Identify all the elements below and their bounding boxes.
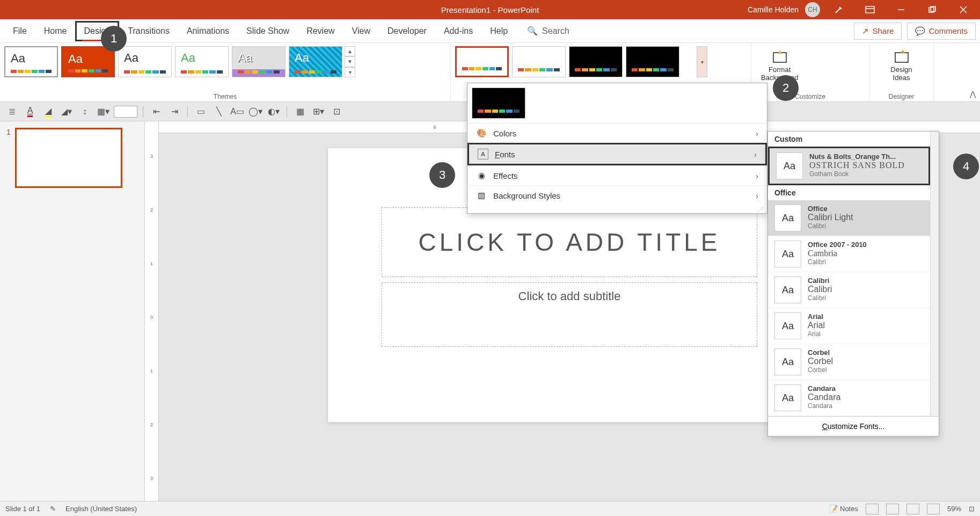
shapes-tool[interactable]: ◯▾ (248, 105, 263, 118)
normal-view-button[interactable] (866, 504, 879, 514)
menu-item-colors[interactable]: 🎨 Colors › (467, 123, 767, 143)
variant-thumb[interactable] (455, 46, 509, 77)
font-item-custom[interactable]: Aa Nuts & Bolts_Orange Th... OSTRICH SAN… (768, 147, 930, 185)
variant-thumb[interactable] (569, 46, 623, 77)
fit-to-window-button[interactable]: ⊡ (969, 505, 975, 513)
variant-thumb[interactable] (472, 88, 525, 119)
effects-icon: ◉ (476, 170, 487, 181)
font-item[interactable]: Aa Office Calibri Light Calibri (768, 200, 930, 236)
sort-tool[interactable]: ↕ (77, 105, 92, 118)
tab-transitions[interactable]: Transitions (119, 21, 178, 41)
font-minor: Candara (808, 402, 840, 410)
font-minor: Calibri (808, 222, 853, 230)
chart-tool[interactable]: ▦ (292, 105, 308, 118)
comment-icon: 💬 (915, 26, 925, 36)
theme-thumb[interactable]: Aa (4, 46, 58, 77)
font-color-tool[interactable]: A (23, 105, 38, 118)
subtitle-placeholder[interactable]: Click to add subtitle (382, 282, 757, 347)
zoom-level[interactable]: 59% (947, 505, 961, 513)
sorter-view-button[interactable] (886, 504, 899, 514)
eyedropper-icon[interactable] (827, 0, 851, 19)
design-ideas-button[interactable]: Design Ideas (874, 46, 929, 84)
crop-tool[interactable]: ⊡ (329, 105, 344, 118)
svg-rect-8 (895, 53, 908, 62)
design-ideas-icon (893, 48, 910, 66)
font-item[interactable]: Aa Office 2007 - 2010 Cambria Calibri (768, 236, 930, 272)
customize-fonts-button[interactable]: Customize Fonts...Customize Fonts... (768, 416, 939, 436)
menu-item-effects[interactable]: ◉ Effects › (467, 165, 767, 185)
font-major: Candara (808, 393, 840, 402)
align-tool[interactable]: ≣ (4, 105, 19, 118)
variant-thumb[interactable] (512, 46, 566, 77)
designer-group-label: Designer (874, 91, 929, 100)
user-name: Camille Holden (748, 5, 799, 14)
customize-group-label: Customize (756, 91, 865, 100)
font-thumb: Aa (774, 205, 801, 231)
font-item[interactable]: Aa Candara Candara Candara (768, 380, 930, 416)
themes-gallery-scroll[interactable]: ▲▼▾ (345, 46, 355, 77)
theme-thumb[interactable]: Aa (118, 46, 172, 77)
tab-file[interactable]: File (4, 21, 35, 41)
spell-check-icon[interactable]: ✎ (50, 505, 56, 513)
close-button[interactable] (951, 0, 976, 19)
table-tool[interactable]: ⊞▾ (311, 105, 326, 118)
search-placeholder: Search (542, 26, 569, 36)
fonts-scrollbar[interactable] (930, 132, 939, 416)
share-button[interactable]: ↗Share (854, 23, 902, 40)
comments-label: Comments (928, 26, 968, 35)
menu-item-fonts[interactable]: A FFontsonts › (467, 143, 767, 165)
font-item[interactable]: Aa Arial Arial Arial (768, 308, 930, 344)
slide-thumbnail[interactable] (15, 128, 122, 188)
font-item[interactable]: Aa Calibri Calibri Calibri (768, 272, 930, 308)
slide-count: Slide 1 of 1 (5, 505, 40, 513)
arrange-tool[interactable]: ▦▾ (96, 105, 111, 118)
highlight-tool[interactable]: ◢ (41, 105, 56, 118)
themes-group-label: Themes (4, 91, 446, 100)
comments-button[interactable]: 💬Comments (907, 23, 976, 40)
shape-fill-tool[interactable]: ◢▾ (59, 105, 74, 118)
callout-3: 3 (429, 162, 455, 188)
theme-thumb[interactable]: Aa (175, 46, 229, 77)
themes-gallery: Aa Aa Aa Aa Aa Aa (4, 46, 342, 77)
minimize-button[interactable] (889, 0, 913, 19)
ribbon-display-icon[interactable] (858, 0, 882, 19)
tab-home[interactable]: Home (35, 21, 76, 41)
notes-button[interactable]: 📝 Notes (829, 505, 858, 513)
app-title: Presentation1 - PowerPoint (441, 5, 539, 14)
tab-developer[interactable]: Developer (379, 21, 435, 41)
tab-addins[interactable]: Add-ins (435, 21, 481, 41)
tab-review[interactable]: Review (298, 21, 343, 41)
tab-animations[interactable]: Animations (178, 21, 238, 41)
fonts-section-custom: Custom (768, 132, 930, 147)
search-box[interactable]: 🔍 Search (527, 26, 569, 36)
font-minor: Calibri (808, 294, 832, 302)
user-avatar[interactable]: CH (805, 2, 820, 17)
slideshow-view-button[interactable] (927, 504, 940, 514)
indent-tool[interactable]: ⇥ (167, 105, 182, 118)
font-item[interactable]: Aa Corbel Corbel Corbel (768, 344, 930, 380)
color-swatch[interactable] (114, 106, 137, 118)
collapse-ribbon-button[interactable]: ⋀ (970, 90, 976, 98)
maximize-button[interactable] (920, 0, 945, 19)
theme-thumb[interactable]: Aa (61, 46, 115, 77)
textbox-tool[interactable]: A▭ (230, 105, 245, 118)
tab-view[interactable]: View (343, 21, 379, 41)
theme-thumb[interactable]: Aa (232, 46, 286, 77)
rectangle-tool[interactable]: ▭ (193, 105, 208, 118)
merge-tool[interactable]: ◐▾ (266, 105, 281, 118)
tab-help[interactable]: Help (481, 21, 516, 41)
variants-more-button[interactable]: ▾ (697, 46, 707, 77)
tab-slideshow[interactable]: Slide Show (238, 21, 298, 41)
menu-item-background-styles[interactable]: ▧ Background Styles › (467, 185, 767, 205)
title-placeholder[interactable]: CLICK TO ADD TITLE (382, 207, 757, 277)
resize-grip[interactable]: ⋰ (467, 205, 767, 213)
font-thumb: Aa (774, 384, 801, 411)
font-thumb: Aa (774, 312, 801, 339)
outdent-tool[interactable]: ⇤ (149, 105, 164, 118)
ribbon-tabs: File Home Design Transitions Animations … (0, 19, 980, 43)
reading-view-button[interactable] (906, 504, 919, 514)
theme-thumb[interactable]: Aa (289, 46, 342, 77)
variant-thumb[interactable] (626, 46, 679, 77)
line-tool[interactable]: ╲ (211, 105, 226, 118)
language-status[interactable]: English (United States) (65, 505, 137, 513)
